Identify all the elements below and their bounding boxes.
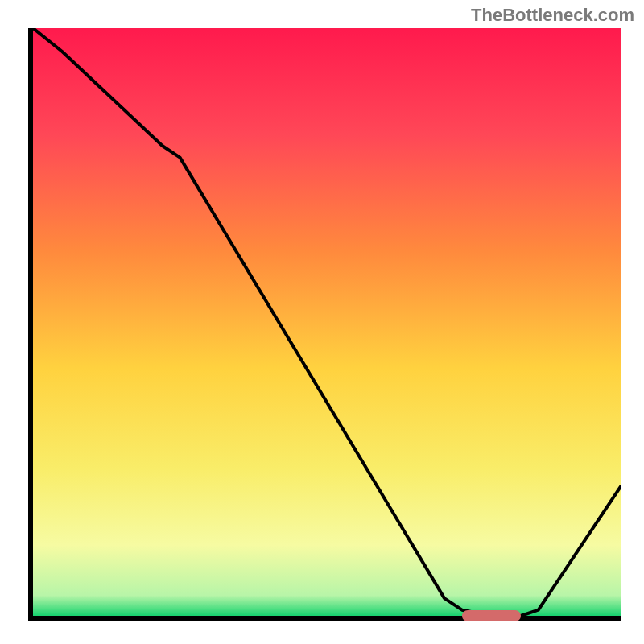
chart-container: TheBottleneck.com: [0, 0, 644, 644]
plot-area: [28, 28, 621, 621]
bottleneck-curve: [33, 28, 621, 616]
curve-path: [33, 28, 621, 616]
optimal-range-marker: [462, 610, 521, 621]
watermark-text: TheBottleneck.com: [471, 5, 634, 26]
